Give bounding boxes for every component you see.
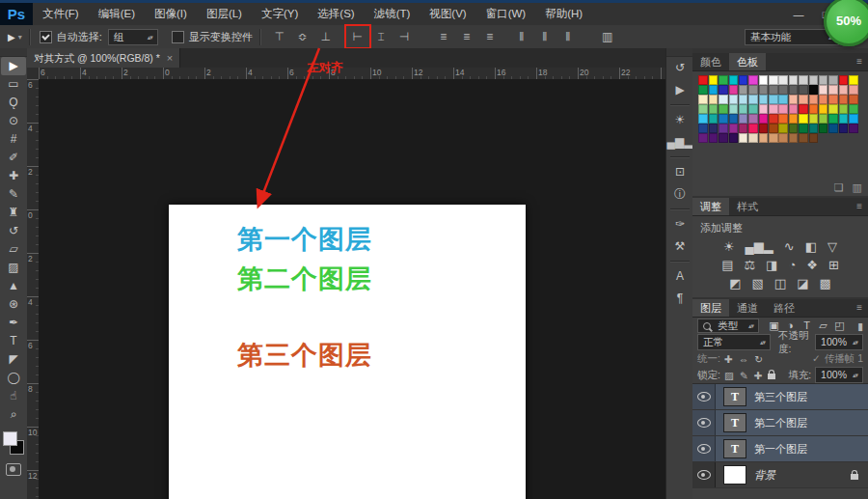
posterize-icon[interactable]: ▧ xyxy=(752,276,764,291)
move-tool[interactable]: ▶ xyxy=(1,57,26,75)
color-swatch[interactable] xyxy=(748,114,758,124)
color-swatch[interactable] xyxy=(828,114,838,124)
vibrance-icon[interactable]: ▽ xyxy=(827,239,837,255)
menu-item[interactable]: 滤镜(T) xyxy=(365,3,420,25)
layer-filter-dropdown[interactable]: 类型 ▴▾ xyxy=(697,319,759,333)
distribute-horizontal-centers-button[interactable]: ⫴ xyxy=(534,27,556,46)
panel-tab[interactable]: 调整 xyxy=(692,198,729,215)
new-swatch-icon[interactable]: ❏ xyxy=(834,181,844,194)
color-swatch[interactable] xyxy=(789,104,799,114)
color-swatch[interactable] xyxy=(739,75,748,85)
adjustments-panel-menu-icon[interactable]: ≡ xyxy=(851,198,868,215)
delete-swatch-icon[interactable]: ▥ xyxy=(853,181,862,194)
document-tab[interactable]: 对其方式 @ 100%(RGB/8) * × xyxy=(27,48,180,68)
history-brush-tool[interactable]: ↺ xyxy=(1,222,26,240)
minimize-button[interactable]: — xyxy=(791,6,806,23)
color-swatch[interactable] xyxy=(729,75,739,85)
color-swatch[interactable] xyxy=(789,85,799,95)
fill-dropdown[interactable]: 100% ▴▾ xyxy=(815,367,863,383)
color-swatch[interactable] xyxy=(828,85,838,95)
panel-tab[interactable]: 颜色 xyxy=(692,53,729,70)
adjustments-panel-icon[interactable]: ☀ xyxy=(666,109,693,131)
filter-toggle-icon[interactable]: ▮ xyxy=(857,320,863,332)
auto-select-target-dropdown[interactable]: 组 ▴▾ xyxy=(108,29,158,45)
color-swatch[interactable] xyxy=(769,114,778,124)
color-swatch[interactable] xyxy=(789,75,799,85)
distribute-bottom-edges-button[interactable]: ≡ xyxy=(479,27,501,46)
auto-select-checkbox[interactable] xyxy=(40,31,52,43)
gradient-tool[interactable]: ▨ xyxy=(1,259,26,277)
layer-row[interactable]: T第二个图层 xyxy=(692,410,868,436)
canvas-workspace[interactable]: 第一个图层第二个图层第三个图层 xyxy=(39,79,665,499)
distribute-vertical-centers-button[interactable]: ≡ xyxy=(456,27,477,46)
layer-row[interactable]: T第三个图层 xyxy=(692,384,868,410)
layers-panel-menu-icon[interactable]: ≡ xyxy=(851,299,868,317)
filter-shape-layers-icon[interactable]: ▱ xyxy=(816,319,830,332)
layer-visibility-toggle[interactable] xyxy=(692,462,716,487)
eyedropper-tool[interactable]: ✐ xyxy=(1,149,26,167)
color-swatch[interactable] xyxy=(729,104,739,114)
color-swatch[interactable] xyxy=(819,124,828,133)
color-swatch[interactable] xyxy=(819,95,828,104)
path-selection-tool[interactable]: ◤ xyxy=(1,350,26,369)
invert-icon[interactable]: ◩ xyxy=(729,276,741,291)
show-transform-checkbox[interactable] xyxy=(172,31,184,43)
color-swatch[interactable] xyxy=(769,124,778,133)
color-swatch[interactable] xyxy=(719,95,728,104)
levels-icon[interactable]: ▄▆▂ xyxy=(746,239,773,255)
color-swatch[interactable] xyxy=(809,114,819,124)
document-canvas[interactable]: 第一个图层第二个图层第三个图层 xyxy=(169,205,526,499)
color-swatch[interactable] xyxy=(709,133,719,143)
healing-brush-tool[interactable]: ✚ xyxy=(1,167,26,185)
color-swatch[interactable] xyxy=(849,104,858,114)
character-panel-icon[interactable]: A xyxy=(666,265,693,288)
color-swatch[interactable] xyxy=(709,85,719,95)
color-swatch[interactable] xyxy=(778,85,788,95)
color-swatch[interactable] xyxy=(759,133,769,143)
color-swatch[interactable] xyxy=(809,95,819,104)
color-swatch[interactable] xyxy=(849,124,858,133)
lock-transparent-pixels-icon[interactable]: ▨ xyxy=(724,370,734,381)
quick-selection-tool[interactable]: ⊙ xyxy=(1,112,26,130)
color-swatch[interactable] xyxy=(828,104,838,114)
color-swatch[interactable] xyxy=(819,114,828,124)
eraser-tool[interactable]: ▱ xyxy=(1,240,26,259)
color-swatch[interactable] xyxy=(778,75,788,85)
paragraph-panel-icon[interactable]: ¶ xyxy=(666,288,693,310)
color-swatch[interactable] xyxy=(698,85,708,95)
threshold-icon[interactable]: ◫ xyxy=(774,276,786,291)
color-swatch[interactable] xyxy=(719,104,728,114)
align-top-edges-button[interactable]: ⊤ xyxy=(269,27,290,46)
color-swatch[interactable] xyxy=(809,124,819,133)
color-swatch[interactable] xyxy=(839,104,849,114)
color-swatch[interactable] xyxy=(809,133,819,143)
color-swatch[interactable] xyxy=(729,133,739,143)
color-swatch[interactable] xyxy=(769,95,778,104)
color-swatch[interactable] xyxy=(739,95,748,104)
color-swatch[interactable] xyxy=(709,95,719,104)
color-swatch[interactable] xyxy=(839,95,849,104)
color-swatch[interactable] xyxy=(698,104,708,114)
color-swatch[interactable] xyxy=(739,114,748,124)
tab-close-icon[interactable]: × xyxy=(167,49,173,68)
color-swatch[interactable] xyxy=(729,95,739,104)
color-swatch[interactable] xyxy=(849,114,858,124)
dock-grip[interactable] xyxy=(666,48,693,57)
color-swatch[interactable] xyxy=(748,85,758,95)
color-swatch[interactable] xyxy=(789,133,799,143)
color-swatch[interactable] xyxy=(709,114,719,124)
layer-thumbnail[interactable]: T xyxy=(723,413,746,432)
color-swatch[interactable] xyxy=(748,133,758,143)
color-swatch[interactable] xyxy=(698,133,708,143)
color-swatch[interactable] xyxy=(799,133,808,143)
color-swatch[interactable] xyxy=(789,114,799,124)
layer-row[interactable]: T第一个图层 xyxy=(692,436,868,462)
color-swatch[interactable] xyxy=(759,104,769,114)
menu-item[interactable]: 文字(Y) xyxy=(252,3,308,25)
blend-mode-dropdown[interactable]: 正常 ▴▾ xyxy=(697,334,771,350)
color-swatch[interactable] xyxy=(778,133,788,143)
color-swatch[interactable] xyxy=(719,114,728,124)
filter-smart-objects-icon[interactable]: ◰ xyxy=(832,319,847,332)
color-swatch[interactable] xyxy=(799,114,808,124)
hand-tool[interactable]: ☝ xyxy=(1,387,26,405)
